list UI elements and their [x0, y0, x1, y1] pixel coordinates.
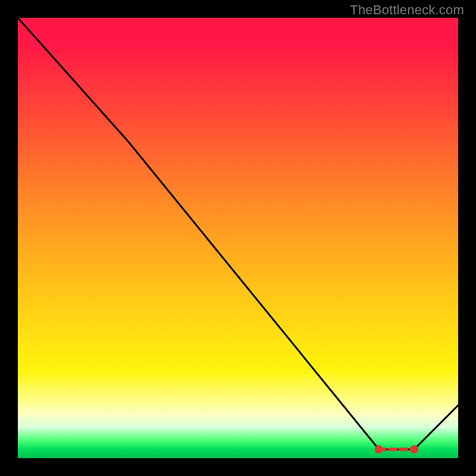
chart-overlay — [18, 18, 458, 458]
marker-start-dot — [375, 445, 383, 453]
marker-band — [375, 445, 418, 453]
plot-area — [18, 18, 458, 458]
marker-end-dot — [410, 445, 418, 453]
watermark-text: TheBottleneck.com — [350, 2, 464, 18]
bottleneck-curve — [18, 18, 458, 449]
chart-stage: TheBottleneck.com — [0, 0, 476, 476]
